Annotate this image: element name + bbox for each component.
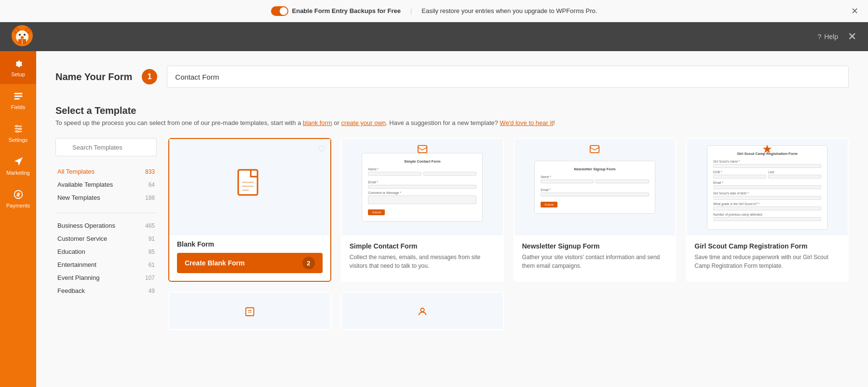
- notification-bar: Enable Form Entry Backups for Free | Eas…: [0, 0, 868, 22]
- help-icon: ?: [817, 33, 821, 41]
- newsletter-preview: Newsletter Signup Form Name * Ema: [515, 139, 676, 235]
- svg-point-4: [27, 29, 29, 32]
- logo-icon: [12, 25, 33, 46]
- category-feedback[interactable]: Feedback 49: [55, 284, 157, 297]
- form-name-title: Name Your Form: [55, 71, 132, 83]
- category-education[interactable]: Education 85: [55, 245, 157, 258]
- help-button[interactable]: ? Help: [817, 33, 838, 41]
- template-card-girl-scout[interactable]: Girl Scout Camp Registration Form Girl S…: [686, 138, 849, 282]
- svg-rect-26: [590, 146, 599, 153]
- blank-form-preview: ♡: [169, 139, 330, 235]
- marketing-icon: [13, 156, 24, 168]
- fields-icon: [13, 91, 24, 102]
- sidebar-item-setup-label: Setup: [11, 71, 25, 77]
- category-feedback-count: 49: [149, 288, 155, 294]
- svg-rect-12: [14, 96, 22, 97]
- help-label: Help: [824, 33, 838, 41]
- category-customer-count: 91: [149, 235, 155, 242]
- girl-scout-preview: Girl Scout Camp Registration Form Girl S…: [687, 139, 848, 235]
- filter-new-label: New Templates: [57, 194, 100, 201]
- notif-toggle-label: Enable Form Entry Backups for Free: [292, 7, 401, 14]
- sidebar-item-marketing-label: Marketing: [6, 170, 29, 176]
- row2-card1-preview: [169, 292, 330, 330]
- svg-point-17: [15, 125, 17, 127]
- step-1-badge: 1: [142, 69, 157, 84]
- simple-contact-preview: Simple Contact Form Name * Email: [342, 139, 503, 235]
- row2-card2-icon: [417, 306, 428, 317]
- filter-available-templates[interactable]: Available Templates 64: [55, 178, 157, 191]
- blank-form-icon: [236, 169, 263, 206]
- newsletter-title: Newsletter Signup Form: [522, 242, 668, 250]
- newsletter-desc: Gather your site visitors' contact infor…: [522, 253, 668, 270]
- template-grid: ♡ Blank Fo: [168, 138, 849, 330]
- category-entertainment[interactable]: Entertainment 61: [55, 258, 157, 271]
- main-header: ? Help ✕: [0, 22, 868, 51]
- header-right: ? Help ✕: [817, 30, 856, 43]
- payments-icon: [13, 189, 24, 201]
- category-group: Business Operations 465 Customer Service…: [55, 219, 157, 297]
- girl-scout-desc: Save time and reduce paperwork with our …: [694, 253, 840, 270]
- logo: [12, 25, 33, 48]
- sidebar-item-settings-label: Settings: [9, 137, 28, 143]
- hear-link[interactable]: We'd love to hear it: [500, 119, 553, 126]
- gear-icon: [13, 58, 24, 69]
- girl-scout-title: Girl Scout Camp Registration Form: [694, 242, 840, 250]
- create-blank-button[interactable]: Create Blank Form 2: [177, 253, 323, 273]
- blank-form-footer: Blank Form Create Blank Form 2: [169, 235, 330, 281]
- svg-point-18: [19, 128, 21, 130]
- template-card-row2-2[interactable]: [341, 291, 504, 330]
- notif-message: Easily restore your entries when you upg…: [421, 7, 597, 14]
- blank-form-card[interactable]: ♡ Blank Fo: [168, 138, 331, 282]
- svg-point-19: [16, 131, 18, 133]
- header-close-button[interactable]: ✕: [848, 30, 856, 43]
- template-card-row2-1[interactable]: [168, 291, 331, 330]
- filter-all-templates[interactable]: All Templates 833: [55, 165, 157, 178]
- sidebar-item-marketing[interactable]: Marketing: [0, 150, 36, 182]
- svg-point-3: [15, 29, 18, 32]
- form-name-section: Name Your Form 1: [55, 66, 849, 88]
- sidebar-item-setup[interactable]: Setup: [0, 51, 36, 84]
- sidebar-item-settings[interactable]: Settings: [0, 117, 36, 150]
- filter-available-count: 64: [149, 181, 155, 188]
- girl-scout-body: Girl Scout Camp Registration Form Save t…: [687, 235, 848, 278]
- backup-toggle[interactable]: [271, 6, 288, 16]
- svg-point-7: [24, 34, 26, 36]
- simple-contact-desc: Collect the names, emails, and messages …: [350, 253, 495, 270]
- form-name-input[interactable]: [167, 66, 849, 88]
- sliders-icon: [13, 124, 24, 135]
- simple-contact-mini-form: Simple Contact Form Name * Email: [362, 153, 482, 221]
- category-education-count: 85: [149, 249, 155, 255]
- sidebar: Setup Fields Settings Marketing Payments: [0, 51, 36, 387]
- sidebar-item-fields-label: Fields: [11, 104, 25, 110]
- template-card-newsletter[interactable]: Newsletter Signup Form Name * Ema: [514, 138, 677, 282]
- notif-close-button[interactable]: ✕: [851, 6, 858, 16]
- sidebar-item-payments[interactable]: Payments: [0, 182, 36, 215]
- select-template-title: Select a Template: [55, 105, 849, 116]
- blank-form-link[interactable]: blank form: [303, 119, 332, 126]
- sidebar-item-fields[interactable]: Fields: [0, 84, 36, 117]
- template-layout: 🔍 All Templates 833 Available Templates …: [55, 138, 849, 330]
- svg-point-30: [420, 308, 424, 312]
- filter-divider: [55, 213, 157, 213]
- category-event-planning[interactable]: Event Planning 107: [55, 271, 157, 284]
- notif-toggle-group: Enable Form Entry Backups for Free | Eas…: [271, 6, 597, 16]
- filter-new-templates[interactable]: New Templates 188: [55, 191, 157, 204]
- category-feedback-label: Feedback: [57, 287, 85, 294]
- template-search-input[interactable]: [55, 138, 157, 156]
- filter-all-count: 833: [145, 168, 155, 175]
- simple-contact-body: Simple Contact Form Collect the names, e…: [342, 235, 503, 278]
- template-card-simple-contact[interactable]: Simple Contact Form Name * Email: [341, 138, 504, 282]
- filter-all-label: All Templates: [57, 168, 95, 175]
- category-customer-label: Customer Service: [57, 235, 107, 242]
- category-business-label: Business Operations: [57, 222, 115, 229]
- create-own-link[interactable]: create your own: [341, 119, 386, 126]
- svg-rect-11: [14, 93, 22, 95]
- category-customer-service[interactable]: Customer Service 91: [55, 232, 157, 245]
- create-blank-label: Create Blank Form: [185, 259, 244, 267]
- newsletter-body: Newsletter Signup Form Gather your site …: [515, 235, 676, 278]
- category-business-operations[interactable]: Business Operations 465: [55, 219, 157, 232]
- filter-type-group: All Templates 833 Available Templates 64…: [55, 165, 157, 204]
- filter-new-count: 188: [145, 194, 155, 201]
- category-entertainment-count: 61: [149, 262, 155, 268]
- blank-form-favorite-button[interactable]: ♡: [318, 144, 326, 154]
